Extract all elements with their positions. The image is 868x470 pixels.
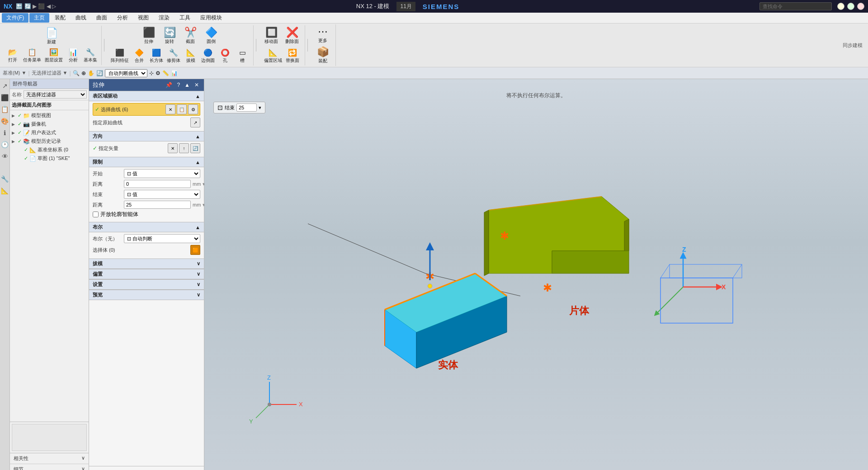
start-select[interactable]: ⊡ 值	[124, 169, 200, 178]
boolean-header[interactable]: 布尔 ▲	[89, 222, 204, 232]
limits-header[interactable]: 限制 ▲	[89, 157, 204, 167]
3d-viewport[interactable]: 将不执行任何布尔运算。 ⊡ 结束 ▾	[204, 79, 868, 470]
menu-item-analysis[interactable]: 分析	[113, 13, 132, 23]
modify-button[interactable]: 🔧修剪体	[165, 47, 182, 65]
taskenv-button[interactable]: 📋任务菜单	[22, 47, 42, 64]
tree-item-model-view[interactable]: ▶ ✓ 📁 模型视图	[10, 111, 89, 120]
draft-button[interactable]: 📐拔模	[183, 47, 199, 65]
source-curve-button[interactable]: ↗	[190, 118, 200, 127]
snap-button[interactable]: ⊹	[149, 70, 154, 76]
offset-region-button[interactable]: 📐偏置区域	[263, 47, 283, 65]
analysis2-button[interactable]: 📊分析	[65, 47, 81, 64]
rect-button[interactable]: 🟦长方体	[148, 47, 165, 65]
menu-item-file[interactable]: 文件(F)	[2, 13, 28, 23]
slot-button[interactable]: ▭槽	[234, 47, 250, 65]
replace-face-button[interactable]: 🔁替换面	[284, 47, 301, 65]
hole-button[interactable]: ⭕孔	[217, 47, 233, 65]
open-button[interactable]: 📂打开	[5, 47, 21, 64]
search-input[interactable]	[760, 2, 832, 10]
preview-header[interactable]: 预览 ∨	[89, 290, 204, 300]
select-curve-row[interactable]: ✓ 选择曲线 (6) ✕ 📋 ⚙	[93, 103, 200, 116]
extrude-button[interactable]: ⬛拉伸	[139, 26, 159, 46]
move-face-button[interactable]: 🔲移动面	[261, 26, 281, 46]
tree-item-sketch[interactable]: ✓ 📄 草图 (1) "SKE"	[10, 154, 89, 163]
tree-item-history[interactable]: ▶ ✓ 📚 模型历史记录	[10, 137, 89, 146]
tree-item-camera[interactable]: ▶ ✓ 📷 摄像机	[10, 120, 89, 128]
dialog-pin-button[interactable]: 📌	[164, 82, 174, 88]
rotate-button[interactable]: 🔄	[96, 70, 103, 76]
nav-section-detail[interactable]: 细节∨	[10, 464, 89, 470]
trim-button[interactable]: ✂️截面	[180, 26, 200, 46]
direction-header[interactable]: 方向 ▲	[89, 131, 204, 141]
select-curve-copy-btn[interactable]: 📋	[177, 104, 187, 114]
dialog-help-button[interactable]: ?	[175, 82, 181, 88]
menu-item-curve[interactable]: 曲线	[71, 13, 91, 23]
menu-item-surface[interactable]: 曲面	[92, 13, 112, 23]
info-icon[interactable]: ℹ	[2, 128, 7, 138]
tree-item-datum[interactable]: ✓ 📐 基准坐标系 (0	[10, 146, 89, 154]
draft-label: 拔模	[93, 260, 103, 267]
settings-header[interactable]: 设置 ∨	[89, 279, 204, 290]
vis-icon[interactable]: 👁	[0, 151, 9, 161]
start-distance-input[interactable]	[124, 180, 191, 188]
measure-button[interactable]: 📏	[162, 70, 169, 76]
view-selector[interactable]: 基准(M) ▼	[3, 70, 26, 76]
vector-clear-btn[interactable]: ✕	[168, 143, 178, 153]
end-unit: mm	[193, 202, 201, 207]
revolve-button[interactable]: 🔄旋转	[160, 26, 179, 46]
more-button[interactable]: ⋯更多	[313, 25, 333, 45]
select-curve-more-btn[interactable]: ⚙	[188, 104, 198, 114]
color-icon[interactable]: 🎨	[0, 116, 10, 126]
menu-item-view[interactable]: 视图	[133, 13, 153, 23]
close-button[interactable]	[857, 3, 864, 10]
vector-rotate-btn[interactable]: 🔄	[190, 143, 200, 153]
maximize-button[interactable]	[847, 3, 854, 10]
tools-icon[interactable]: 🔧	[0, 174, 10, 184]
tree-arrow: ▶	[12, 113, 16, 118]
selection-icon[interactable]: ↗	[1, 81, 9, 91]
analysis-button[interactable]: 📊	[171, 70, 178, 76]
zoom-button[interactable]: ⊕	[81, 70, 86, 76]
end-select[interactable]: ⊡ 值	[124, 190, 200, 199]
dialog-close-button[interactable]: ✕	[193, 82, 200, 88]
filter-select[interactable]: 无选择过滤器	[24, 90, 87, 99]
feature-icon[interactable]: ⬛	[0, 93, 10, 103]
basics-button[interactable]: 🔧基本集	[82, 47, 99, 64]
snap-select[interactable]: 自动判断曲线	[105, 69, 147, 77]
menu-item-apps[interactable]: 应用模块	[196, 13, 226, 23]
new-button[interactable]: 📄 新建	[42, 27, 61, 46]
history-icon[interactable]: 🕐	[0, 140, 10, 150]
table-region-header[interactable]: 表区域驱动 ▲	[89, 91, 204, 101]
select-curve-clear-btn[interactable]: ✕	[165, 104, 175, 114]
edge-button[interactable]: 🔵边倒圆	[200, 47, 216, 65]
filter-selector[interactable]: 无选择过滤器 ▼	[32, 70, 68, 76]
bool-select[interactable]: ⊡ 自动判断	[124, 234, 200, 243]
bool-row: 布尔（无） ⊡ 自动判断	[93, 234, 200, 243]
pan-button[interactable]: ✋	[88, 70, 94, 76]
assembly-button[interactable]: 📦装配	[313, 46, 333, 65]
vector-up-btn[interactable]: ↑	[179, 143, 189, 153]
menu-item-tools[interactable]: 工具	[175, 13, 195, 23]
combine-button[interactable]: 🔶合并	[131, 47, 147, 65]
menu-item-assembly[interactable]: 装配	[50, 13, 70, 23]
draft-header[interactable]: 拔模 ∨	[89, 258, 204, 269]
arrange-icon[interactable]: 📐	[0, 186, 10, 196]
delete-face-button[interactable]: ❌删除面	[282, 26, 302, 46]
section-view-button[interactable]: 🖼️图层设置	[43, 47, 64, 64]
blend-button[interactable]: 🔷圆倒	[201, 26, 221, 46]
open-profile-checkbox[interactable]	[93, 212, 99, 217]
offset-header[interactable]: 偏置 ∨	[89, 269, 204, 279]
menu-item-render[interactable]: 渲染	[154, 13, 174, 23]
tree-item-user-expr[interactable]: ▶ ✓ 📝 用户表达式	[10, 128, 89, 137]
bool-label: 布尔（无）	[93, 235, 122, 242]
menu-item-home[interactable]: 主页	[29, 13, 49, 23]
select-body-button[interactable]: 🟧	[190, 245, 200, 255]
minimize-button[interactable]	[837, 3, 844, 10]
layer-icon[interactable]: 📋	[0, 104, 10, 114]
end-distance-input[interactable]	[124, 201, 191, 209]
array-button[interactable]: ⬛阵列特征	[109, 47, 130, 65]
settings-button[interactable]: ⚙	[156, 70, 160, 76]
nav-section-relevance[interactable]: 相关性∨	[10, 453, 89, 464]
dialog-expand-button[interactable]: ▲	[183, 82, 191, 88]
fit-button[interactable]: 🔍	[73, 70, 80, 76]
